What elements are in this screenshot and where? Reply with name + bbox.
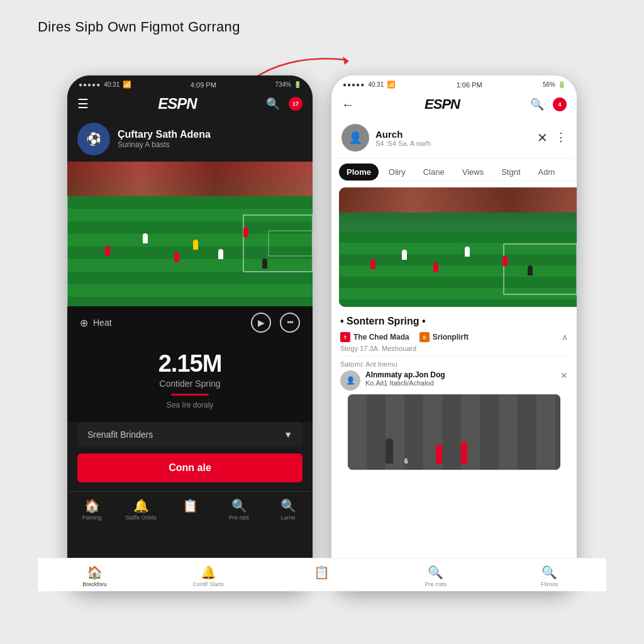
- right-wifi-icon: 📶: [387, 80, 396, 89]
- home-icon-left: 🏠: [84, 498, 100, 513]
- nav-item-more-left[interactable]: 🔍 Larne: [264, 498, 313, 521]
- comment-close-icon[interactable]: ✕: [560, 370, 568, 380]
- player-7: [262, 258, 267, 269]
- search-icon-left[interactable]: 🔍: [266, 97, 280, 111]
- more-label-left: Larne: [280, 514, 295, 521]
- left-status-bar: ●●●●● 40:31 📶 4:09 PM 734% 🔋: [67, 75, 313, 91]
- user-avatar: 👤: [341, 124, 369, 152]
- nav-item-more-right[interactable]: 🔍 Flirnos: [492, 565, 577, 587]
- right-battery-percent: 56%: [543, 81, 555, 88]
- right-status-bar: ●●●●● 40:31 📶 1:06 PM 56% 🔋: [331, 75, 577, 91]
- comment-text: Ko.Ait1 Italicli/Achalod: [365, 379, 555, 387]
- bottom-nav-left: 🏠 Faming 🔔 Slaffe Orbits 📋 🔍 Pre-rats 🔍: [67, 491, 313, 525]
- search-icon-right[interactable]: 🔍: [530, 97, 544, 111]
- player-2: [143, 233, 148, 243]
- dropdown-selector[interactable]: Srenafit Brinders ▼: [77, 422, 303, 447]
- tab-views[interactable]: Views: [455, 164, 491, 180]
- player-3: [174, 252, 179, 262]
- bottom-player-large: [386, 438, 393, 464]
- dropdown-chevron: ▼: [284, 430, 292, 440]
- controls-left: ⊕ Heat: [80, 317, 112, 329]
- article-section: • Sontern Spring • T The Ched Mada S Sri…: [331, 313, 577, 476]
- comment-item: 👤 Alnmmaty ap.Jon Dog Ko.Ait1 Italicli/A…: [340, 370, 568, 391]
- team-logo: ⚽: [77, 123, 110, 155]
- team-badge-2: S Srionplirft: [419, 332, 469, 342]
- player-5: [218, 249, 223, 259]
- article-teams: T The Ched Mada S Srionplirft ∧: [340, 332, 568, 342]
- more-label-right: Flirnos: [541, 581, 558, 587]
- notif-label-left: Slaffe Orbits: [125, 514, 156, 521]
- big-stat-number: 2.15M: [77, 350, 303, 377]
- tab-adm[interactable]: Adm: [531, 164, 563, 180]
- espn-logo-left: ESPN: [158, 95, 196, 113]
- chevron-up-icon[interactable]: ∧: [562, 332, 568, 342]
- user-info: Aurch S4 :S4 Sa. A ow/h: [375, 129, 531, 147]
- search-label-left: Pre-rats: [229, 514, 249, 521]
- right-video-area[interactable]: [339, 187, 577, 307]
- more-button[interactable]: •••: [280, 313, 300, 333]
- team-sub: Surinay A basts: [118, 140, 303, 149]
- right-player-2: [402, 250, 407, 260]
- right-player-1: [370, 259, 375, 269]
- red-underline: [171, 394, 209, 396]
- cta-button[interactable]: Conn ale: [77, 453, 303, 482]
- battery-percent: 734%: [275, 81, 291, 88]
- nav-item-home-left[interactable]: 🏠 Faming: [67, 498, 116, 521]
- back-button[interactable]: ←: [341, 97, 354, 112]
- tab-stgnt[interactable]: Stgnt: [494, 164, 528, 180]
- notif-count: 17: [292, 101, 299, 107]
- nav-item-search-left[interactable]: 🔍 Pre-rats: [214, 498, 264, 521]
- commenter-name: Alnmmaty ap.Jon Dog: [365, 370, 555, 379]
- svg-rect-2: [269, 231, 313, 256]
- page-title: Dires Sipb Own Figmot Gorrang: [38, 19, 240, 35]
- comment-content: Alnmmaty ap.Jon Dog Ko.Ait1 Italicli/Ach…: [365, 370, 555, 387]
- home-label-left: Faming: [82, 514, 101, 521]
- tab-oliry[interactable]: Oliry: [381, 164, 413, 180]
- dropdown-label: Srenafit Brinders: [87, 430, 153, 440]
- nav-item-notif-left[interactable]: 🔔 Slaffe Orbits: [116, 498, 165, 521]
- divider-1: [340, 356, 568, 357]
- left-clock: 4:09 PM: [191, 81, 216, 89]
- comment-avatar: 👤: [340, 370, 360, 391]
- right-player-6: [528, 265, 533, 275]
- nav-item-search-right[interactable]: 🔍 Pre rrats: [379, 565, 492, 587]
- svg-rect-4: [504, 244, 577, 294]
- nav-item-clip-right[interactable]: 📋: [331, 565, 379, 587]
- hamburger-icon[interactable]: ☰: [77, 96, 89, 111]
- svg-marker-0: [343, 57, 349, 65]
- video-area-left[interactable]: [67, 162, 313, 306]
- close-icon[interactable]: ✕: [537, 130, 548, 145]
- tab-clane[interactable]: Clane: [416, 164, 452, 180]
- section-label: Satorni: Ant Inemu: [340, 360, 568, 368]
- nav-icons-left: 🔍 17: [266, 97, 303, 111]
- team1-name: The Ched Mada: [353, 333, 409, 341]
- notification-badge-right[interactable]: 4: [553, 97, 567, 111]
- heat-icon: ⊕: [80, 317, 88, 329]
- right-signal: ●●●●● 40:31 📶: [343, 80, 396, 89]
- tab-plome[interactable]: Plome: [339, 164, 379, 180]
- more-nav-icon-left: 🔍: [280, 498, 296, 513]
- bottom-video-right[interactable]: 6: [348, 394, 560, 470]
- team2-badge-icon: S: [419, 332, 430, 342]
- page-wrapper: Dires Sipb Own Figmot Gorrang ●●●●● 40:3…: [0, 0, 644, 644]
- stats-section: 2.15M Contider Spring Sea Ire doraly: [67, 339, 313, 422]
- more-vert-icon[interactable]: ⋮: [555, 130, 567, 145]
- stat-label: Contider Spring: [77, 379, 303, 389]
- right-clock: 1:06 PM: [457, 81, 482, 89]
- play-button[interactable]: ▶: [251, 313, 271, 333]
- user-header: 👤 Aurch S4 :S4 Sa. A ow/h ✕ ⋮: [331, 118, 577, 158]
- user-sub: S4 :S4 Sa. A ow/h: [375, 140, 531, 147]
- left-battery: 734% 🔋: [275, 81, 301, 88]
- notif-icon-left: 🔔: [133, 498, 149, 513]
- nav-item-clip-left[interactable]: 📋: [165, 498, 214, 521]
- right-phone: ●●●●● 40:31 📶 1:06 PM 56% 🔋 ← ESPN 🔍 4: [331, 75, 577, 591]
- player-4: [193, 240, 198, 250]
- left-phone: ●●●●● 40:31 📶 4:09 PM 734% 🔋 ☰ ESPN 🔍 17: [67, 75, 313, 591]
- team1-badge-icon: T: [340, 332, 350, 342]
- bottom-player-2: [436, 445, 442, 464]
- notification-badge-left[interactable]: 17: [289, 97, 303, 111]
- team1-icon: T: [344, 335, 347, 340]
- right-signal-dots: ●●●●●: [343, 81, 365, 88]
- right-battery: 56% 🔋: [543, 81, 565, 88]
- phones-container: ●●●●● 40:31 📶 4:09 PM 734% 🔋 ☰ ESPN 🔍 17: [38, 75, 606, 591]
